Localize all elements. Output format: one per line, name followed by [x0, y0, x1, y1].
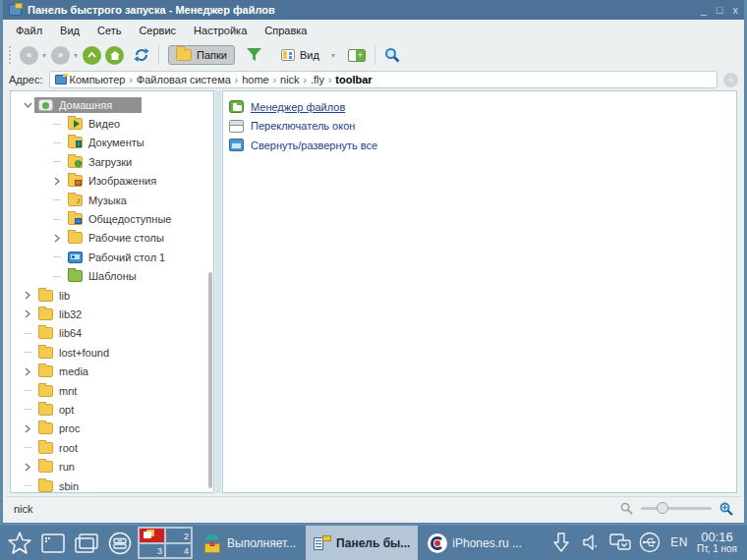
tree-item-run[interactable]: run	[11, 457, 213, 476]
usb-tray-button[interactable]	[638, 531, 661, 554]
pager-desktop-1[interactable]	[139, 528, 165, 543]
pager-desktop-4[interactable]: 4	[165, 543, 192, 559]
minimize-button[interactable]: _	[701, 4, 707, 16]
zoom-slider[interactable]	[641, 507, 712, 510]
menu-item-5[interactable]: Настройка	[185, 22, 256, 39]
chevron-down-icon[interactable]	[21, 102, 34, 108]
folder-folder-icon	[38, 327, 53, 339]
breadcrumb-segment[interactable]: Файловая система	[137, 74, 231, 85]
zoom-in-icon[interactable]	[719, 502, 733, 516]
tree-item-proc[interactable]: proc	[11, 420, 213, 438]
titlebar[interactable]: Панель быстрого запуска - Менеджер файло…	[3, 0, 744, 20]
tree-item-загрузки[interactable]: ↓Загрузки	[11, 152, 213, 171]
address-input[interactable]: Компьютер›Файловая система›home›nick›.fl…	[49, 71, 718, 88]
tree-item-изображения[interactable]: Изображения	[11, 172, 213, 191]
zoom-out-icon[interactable]	[620, 502, 633, 515]
tree-item-общедоступные[interactable]: Общедоступные	[11, 209, 213, 228]
pager-desktop-3[interactable]: 3	[139, 543, 165, 559]
tree-connector-line	[50, 199, 64, 200]
breadcrumb-separator-icon: ›	[235, 75, 238, 85]
keyboard-layout-indicator[interactable]: EN	[667, 535, 691, 549]
chevron-right-icon[interactable]	[21, 291, 34, 300]
tree-item-рабочий-стол-1[interactable]: Рабочий стол 1	[11, 248, 213, 266]
show-desktop-button[interactable]	[37, 527, 69, 559]
chevron-right-icon[interactable]	[21, 367, 34, 376]
displays-tray-button[interactable]	[608, 531, 632, 554]
tree-connector-line	[21, 333, 34, 334]
tree-item-документы[interactable]: Документы	[11, 134, 213, 152]
tree-item-lib32[interactable]: lib32	[11, 305, 213, 323]
address-go-button[interactable]: »	[723, 73, 738, 87]
search-button[interactable]	[384, 47, 400, 63]
breadcrumb-segment[interactable]: toolbar	[335, 74, 372, 85]
folders-toggle-button[interactable]: Папки	[168, 45, 235, 65]
file-drawer-button[interactable]	[104, 527, 136, 559]
close-button[interactable]: x	[733, 4, 739, 16]
tree-item-label: lost+found	[59, 347, 113, 359]
pane-splitter[interactable]	[215, 90, 221, 493]
tree-item-media[interactable]: media	[11, 362, 213, 380]
volume-tray-button[interactable]	[579, 531, 603, 554]
clock[interactable]: 00:16 Пт, 1 ноя	[697, 531, 739, 554]
breadcrumb-separator-icon: ›	[304, 75, 307, 85]
tree-item-музыка[interactable]: ♪Музыка	[11, 191, 213, 209]
maximize-button[interactable]: □	[717, 4, 723, 16]
forward-button[interactable]: »	[51, 46, 70, 65]
task-label: Выполняет...	[227, 536, 296, 550]
tree-item-label: root	[59, 442, 82, 454]
task-running-app[interactable]: Выполняет...	[195, 526, 304, 560]
view-mode-button[interactable]: Вид	[273, 45, 327, 65]
stacked-windows-icon	[75, 533, 98, 553]
tree-item-sbin[interactable]: sbin	[11, 476, 213, 493]
chevron-right-icon[interactable]	[21, 309, 34, 318]
back-button[interactable]: «	[20, 46, 38, 65]
file-item-1[interactable]: Менеджер файлов	[227, 97, 732, 117]
tree-item-mnt[interactable]: mnt	[11, 381, 213, 400]
up-button[interactable]	[83, 46, 101, 65]
split-view-button[interactable]	[348, 49, 366, 62]
breadcrumb-segment[interactable]: .fly	[311, 74, 324, 85]
file-item-2[interactable]: Переключатель окон	[227, 117, 732, 137]
view-mode-chevron-icon[interactable]: ▾	[331, 51, 335, 60]
tree-item-label: lib64	[59, 327, 86, 339]
menu-item-3[interactable]: Сеть	[88, 22, 130, 39]
tree-item-рабочие-столы[interactable]: Рабочие столы	[11, 229, 213, 248]
tree-item-lost-found[interactable]: lost+found	[11, 343, 213, 362]
filter-button[interactable]	[247, 48, 261, 62]
breadcrumb-segment[interactable]: home	[242, 74, 269, 85]
refresh-button[interactable]	[134, 47, 149, 63]
menu-item-4[interactable]: Сервис	[130, 22, 185, 39]
file-list-pane[interactable]: Менеджер файловПереключатель оконСвернут…	[222, 90, 737, 493]
chevron-right-icon[interactable]	[21, 463, 34, 472]
breadcrumb-segment[interactable]: Компьютер	[70, 74, 126, 85]
task-file-manager[interactable]: Панель бы...	[306, 526, 418, 560]
menu-item-1[interactable]: Файл	[7, 22, 51, 39]
tree-item-видео[interactable]: Видео	[11, 114, 213, 133]
chevron-right-icon[interactable]	[21, 424, 34, 433]
tree-item-lib64[interactable]: lib64	[11, 324, 213, 343]
desktop-pager[interactable]: 2 3 4	[138, 527, 193, 559]
tree-item-домашняя[interactable]: Домашняя	[11, 95, 213, 114]
tree-item-lib[interactable]: lib	[11, 286, 213, 305]
back-history-chevron-icon[interactable]: ▾	[42, 51, 46, 60]
downloads-tray-button[interactable]	[549, 531, 573, 554]
tree-scrollbar[interactable]	[208, 272, 212, 488]
file-item-3[interactable]: Свернуть/развернуть все	[227, 136, 732, 155]
start-menu-button[interactable]	[4, 527, 35, 559]
task-browser[interactable]: iPhones.ru ...	[420, 526, 530, 560]
tree-item-opt[interactable]: opt	[11, 400, 213, 419]
tree-item-шаблоны[interactable]: Шаблоны	[11, 267, 213, 286]
toolbar-grip[interactable]	[9, 46, 12, 64]
chevron-right-icon[interactable]	[50, 177, 64, 186]
chevron-right-icon[interactable]	[50, 234, 64, 243]
window-list-button[interactable]	[71, 527, 102, 559]
home-button[interactable]	[105, 46, 124, 65]
tree-item-root[interactable]: root	[11, 438, 213, 457]
forward-history-chevron-icon[interactable]: ▾	[74, 51, 78, 60]
zoom-slider-handle[interactable]	[657, 502, 668, 514]
menu-item-2[interactable]: Вид	[51, 22, 88, 39]
folder-folder-icon	[38, 422, 53, 434]
breadcrumb-segment[interactable]: nick	[280, 74, 300, 85]
pager-desktop-2[interactable]: 2	[165, 528, 192, 543]
menu-item-6[interactable]: Справка	[256, 22, 316, 39]
